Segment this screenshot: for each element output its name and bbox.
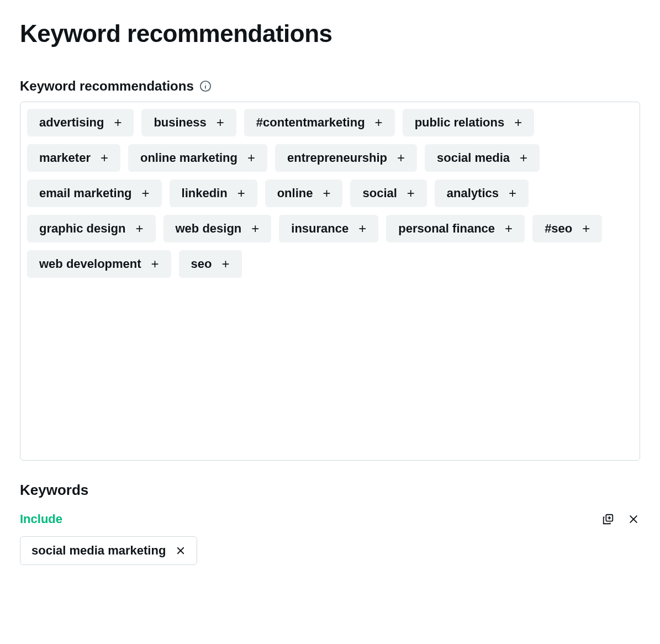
- recommendation-chip-label: business: [154, 115, 206, 130]
- recommendation-chip[interactable]: seo+: [179, 250, 242, 278]
- recommendation-chip[interactable]: social+: [350, 180, 426, 207]
- recommendations-box: advertising+business+#contentmarketing+p…: [20, 102, 640, 461]
- recommendation-chip[interactable]: advertising+: [27, 109, 134, 136]
- recommendation-chip[interactable]: entrepreneurship+: [275, 144, 417, 172]
- recommendation-chip[interactable]: marketer+: [27, 144, 120, 172]
- recommendation-chip-label: web development: [39, 257, 141, 271]
- recommendation-chip[interactable]: analytics+: [435, 180, 529, 207]
- recommendation-chip-label: social media: [437, 151, 510, 165]
- recommendation-chip-label: social: [362, 186, 397, 200]
- recommendation-chip-label: public relations: [415, 115, 505, 130]
- plus-icon: +: [222, 257, 230, 271]
- plus-icon: +: [323, 187, 330, 200]
- keywords-header: Keywords: [20, 482, 640, 499]
- recommendation-chip[interactable]: web development+: [27, 250, 171, 278]
- recommendation-chip-label: insurance: [291, 221, 349, 236]
- recommendation-chip-label: #seo: [545, 221, 572, 236]
- recommendation-chip-label: online marketing: [140, 151, 237, 165]
- recommendation-chip-label: graphic design: [39, 221, 125, 236]
- include-row: Include: [20, 512, 640, 526]
- recommendation-chip-label: personal finance: [398, 221, 495, 236]
- plus-icon: +: [505, 222, 513, 235]
- included-keyword-label: social media marketing: [31, 543, 166, 558]
- recommendation-chip[interactable]: personal finance+: [386, 215, 525, 242]
- page-title: Keyword recommendations: [20, 20, 640, 47]
- copy-add-icon[interactable]: [601, 513, 615, 526]
- include-actions: [601, 513, 640, 526]
- plus-icon: +: [101, 151, 108, 165]
- recommendation-chip[interactable]: graphic design+: [27, 215, 156, 242]
- recommendation-chip[interactable]: online+: [265, 180, 343, 207]
- plus-icon: +: [217, 116, 224, 129]
- recommendation-chip-label: entrepreneurship: [287, 151, 387, 165]
- plus-icon: +: [358, 222, 366, 235]
- include-label: Include: [20, 512, 62, 526]
- info-icon[interactable]: [199, 80, 212, 92]
- close-icon[interactable]: [627, 513, 640, 526]
- recommendation-chip-label: marketer: [39, 151, 91, 165]
- recommendation-chip[interactable]: business+: [141, 109, 236, 136]
- recommendation-chip[interactable]: insurance+: [279, 215, 378, 242]
- recommendation-chip-label: web design: [176, 221, 242, 236]
- recommendation-chip[interactable]: linkedin+: [170, 180, 257, 207]
- plus-icon: +: [151, 257, 159, 271]
- plus-icon: +: [582, 222, 590, 235]
- recommendation-chip-list: advertising+business+#contentmarketing+p…: [27, 109, 633, 278]
- recommendation-chip[interactable]: online marketing+: [128, 144, 267, 172]
- recommendation-chip[interactable]: #contentmarketing+: [244, 109, 395, 136]
- recommendation-chip-label: advertising: [39, 115, 104, 130]
- recommendation-chip[interactable]: social media+: [425, 144, 540, 172]
- plus-icon: +: [142, 187, 150, 200]
- plus-icon: +: [135, 222, 143, 235]
- recommendation-chip[interactable]: web design+: [163, 215, 272, 242]
- plus-icon: +: [397, 151, 405, 165]
- plus-icon: +: [509, 187, 516, 200]
- recommendations-header-label: Keyword recommendations: [20, 78, 194, 94]
- included-keyword-chip[interactable]: social media marketing: [20, 536, 197, 565]
- recommendation-chip[interactable]: email marketing+: [27, 180, 162, 207]
- included-keyword-list: social media marketing: [20, 536, 640, 565]
- plus-icon: +: [247, 151, 255, 165]
- plus-icon: +: [520, 151, 527, 165]
- recommendation-chip-label: seo: [191, 257, 212, 271]
- recommendation-chip-label: email marketing: [39, 186, 132, 200]
- plus-icon: +: [375, 116, 383, 129]
- recommendation-chip-label: online: [277, 186, 313, 200]
- recommendation-chip-label: analytics: [447, 186, 499, 200]
- recommendation-chip[interactable]: #seo+: [532, 215, 602, 242]
- recommendation-chip-label: #contentmarketing: [256, 115, 365, 130]
- remove-icon[interactable]: [176, 546, 186, 556]
- recommendations-header: Keyword recommendations: [20, 78, 640, 94]
- plus-icon: +: [237, 187, 245, 200]
- plus-icon: +: [251, 222, 259, 235]
- plus-icon: +: [407, 187, 415, 200]
- recommendation-chip-label: linkedin: [182, 186, 228, 200]
- plus-icon: +: [114, 116, 122, 129]
- svg-point-2: [205, 83, 205, 84]
- plus-icon: +: [514, 116, 522, 129]
- recommendation-chip[interactable]: public relations+: [403, 109, 535, 136]
